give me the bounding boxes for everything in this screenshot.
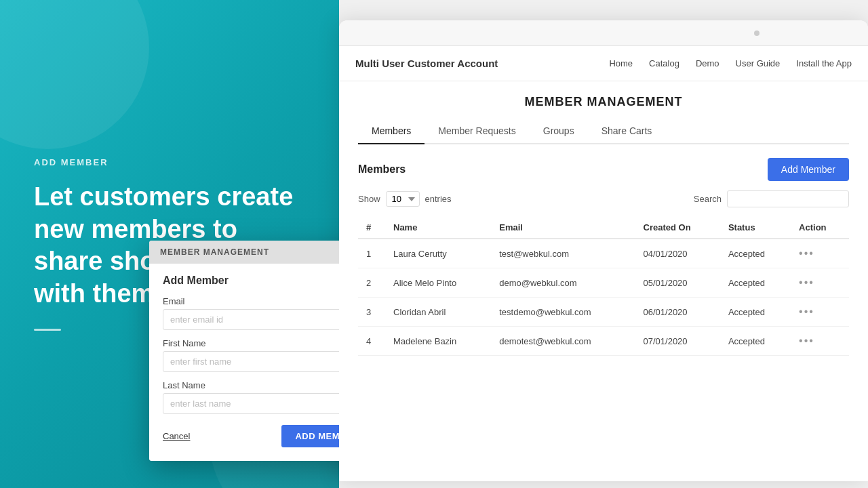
- members-table: # Name Email Created On Status Action 1 …: [358, 217, 849, 356]
- cell-created-on: 04/01/2020: [635, 239, 720, 268]
- table-row: 1 Laura Cerutty test@webkul.com 04/01/20…: [358, 239, 849, 268]
- action-dots-button[interactable]: •••: [799, 247, 814, 259]
- cell-status: Accepted: [720, 327, 791, 356]
- table-header-row: # Name Email Created On Status Action: [358, 217, 849, 239]
- cell-email: demo@webkul.com: [491, 268, 635, 298]
- cell-created-on: 07/01/2020: [635, 327, 720, 356]
- table-row: 4 Madelene Bazin demotest@webkul.com 07/…: [358, 327, 849, 356]
- tab-members[interactable]: Members: [358, 120, 425, 143]
- app-content: Multi User Customer Account Home Catalog…: [339, 46, 868, 481]
- table-controls: Show 10 25 50 100 entries Search: [358, 190, 849, 207]
- cell-created-on: 06/01/2020: [635, 298, 720, 327]
- cell-name: Alice Melo Pinto: [385, 268, 491, 298]
- cancel-button[interactable]: Cancel: [163, 431, 190, 441]
- app-main: MEMBER MANAGEMENT Members Member Request…: [339, 81, 868, 481]
- cell-action: •••: [791, 239, 849, 268]
- col-created-on: Created On: [635, 217, 720, 239]
- show-label: Show: [358, 194, 380, 204]
- modal-body: Add Member Email First Name Last Name Ca…: [149, 264, 339, 461]
- cell-name: Madelene Bazin: [385, 327, 491, 356]
- browser-dot: [754, 30, 760, 36]
- tab-member-requests[interactable]: Member Requests: [425, 120, 529, 143]
- section-header: Members Add Member: [358, 158, 849, 181]
- cell-index: 1: [358, 239, 385, 268]
- cell-action: •••: [791, 327, 849, 356]
- action-dots-button[interactable]: •••: [799, 335, 814, 346]
- table-row: 3 Cloridan Abril testdemo@webkul.com 06/…: [358, 298, 849, 327]
- search-box: Search: [694, 190, 849, 207]
- nav-home[interactable]: Home: [609, 58, 633, 68]
- last-name-input[interactable]: [163, 393, 339, 414]
- action-dots-button[interactable]: •••: [799, 306, 814, 317]
- browser-window: Multi User Customer Account Home Catalog…: [339, 20, 868, 481]
- nav-user-guide[interactable]: User Guide: [736, 58, 781, 68]
- show-entries-control: Show 10 25 50 100 entries: [358, 191, 452, 207]
- cell-email: testdemo@webkul.com: [491, 298, 635, 327]
- modal-container: MEMBER MANAGEMENT ✕ Add Member Email Fir…: [149, 241, 339, 461]
- modal-header-label: MEMBER MANAGEMENT: [160, 247, 269, 257]
- action-dots-button[interactable]: •••: [799, 277, 814, 288]
- modal-wrapper: MEMBER MANAGEMENT ✕ Add Member Email Fir…: [149, 241, 339, 461]
- app-navbar: Multi User Customer Account Home Catalog…: [339, 46, 868, 81]
- cell-email: test@webkul.com: [491, 239, 635, 268]
- search-label: Search: [694, 194, 722, 204]
- cell-name: Cloridan Abril: [385, 298, 491, 327]
- email-input[interactable]: [163, 309, 339, 330]
- nav-demo[interactable]: Demo: [696, 58, 719, 68]
- last-name-label: Last Name: [163, 380, 339, 390]
- nav-links: Home Catalog Demo User Guide Install the…: [609, 58, 852, 68]
- table-row: 2 Alice Melo Pinto demo@webkul.com 05/01…: [358, 268, 849, 298]
- search-input[interactable]: [727, 190, 849, 207]
- cell-action: •••: [791, 298, 849, 327]
- modal-title: Add Member: [163, 274, 339, 287]
- right-panel: Multi User Customer Account Home Catalog…: [339, 0, 868, 488]
- add-member-top-button[interactable]: Add Member: [768, 158, 849, 181]
- first-name-field-group: First Name: [163, 338, 339, 372]
- entries-select[interactable]: 10 25 50 100: [386, 191, 420, 207]
- page-title: MEMBER MANAGEMENT: [358, 95, 849, 109]
- modal-footer: Cancel ADD MEMBER: [163, 425, 339, 447]
- cell-created-on: 05/01/2020: [635, 268, 720, 298]
- nav-install[interactable]: Install the App: [796, 58, 852, 68]
- col-action: Action: [791, 217, 849, 239]
- app-logo: Multi User Customer Account: [355, 58, 498, 69]
- entries-label: entries: [425, 194, 452, 204]
- tab-groups[interactable]: Groups: [530, 120, 588, 143]
- first-name-label: First Name: [163, 338, 339, 348]
- tabs-bar: Members Member Requests Groups Share Car…: [358, 120, 849, 144]
- cell-name: Laura Cerutty: [385, 239, 491, 268]
- cell-action: •••: [791, 268, 849, 298]
- browser-bar: [339, 20, 868, 46]
- cell-index: 3: [358, 298, 385, 327]
- col-hash: #: [358, 217, 385, 239]
- left-panel: ADD MEMBER Let customers create new memb…: [0, 0, 339, 488]
- tab-share-carts[interactable]: Share Carts: [588, 120, 666, 143]
- cell-status: Accepted: [720, 298, 791, 327]
- col-email: Email: [491, 217, 635, 239]
- email-label: Email: [163, 296, 339, 306]
- nav-catalog[interactable]: Catalog: [649, 58, 679, 68]
- add-member-badge: ADD MEMBER: [34, 157, 305, 167]
- col-name: Name: [385, 217, 491, 239]
- cell-index: 2: [358, 268, 385, 298]
- email-field-group: Email: [163, 296, 339, 330]
- cell-index: 4: [358, 327, 385, 356]
- first-name-input[interactable]: [163, 351, 339, 372]
- modal-add-member-button[interactable]: ADD MEMBER: [281, 425, 339, 447]
- table-body: 1 Laura Cerutty test@webkul.com 04/01/20…: [358, 239, 849, 356]
- last-name-field-group: Last Name: [163, 380, 339, 414]
- divider: [34, 329, 61, 331]
- col-status: Status: [720, 217, 791, 239]
- cell-status: Accepted: [720, 239, 791, 268]
- cell-email: demotest@webkul.com: [491, 327, 635, 356]
- section-title: Members: [358, 163, 406, 176]
- modal-header: MEMBER MANAGEMENT ✕: [149, 241, 339, 264]
- cell-status: Accepted: [720, 268, 791, 298]
